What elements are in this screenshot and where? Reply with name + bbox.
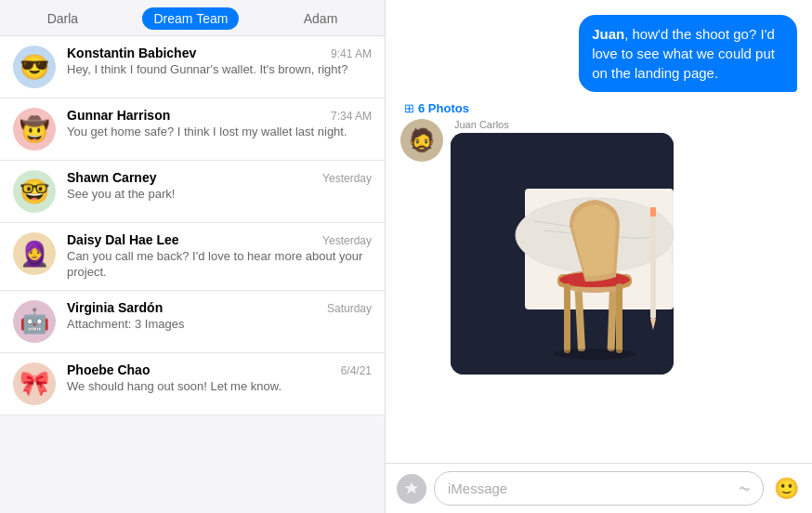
conv-content-virginia: Virginia Sardón Saturday Attachment: 3 I… bbox=[67, 300, 372, 333]
conv-preview-daisy: Can you call me back? I'd love to hear m… bbox=[67, 249, 372, 281]
input-placeholder: iMessage bbox=[448, 480, 507, 496]
conv-time-daisy: Yesterday bbox=[322, 234, 372, 247]
svg-rect-12 bbox=[650, 207, 656, 319]
conversation-item-phoebe[interactable]: 🎀 Phoebe Chao 6/4/21 We should hang out … bbox=[0, 353, 385, 415]
conv-content-phoebe: Phoebe Chao 6/4/21 We should hang out so… bbox=[67, 362, 372, 395]
conv-header-gunnar: Gunnar Harrison 7:34 AM bbox=[67, 108, 372, 123]
conv-header-virginia: Virginia Sardón Saturday bbox=[67, 300, 372, 315]
conv-name-shawn: Shawn Carney bbox=[67, 170, 156, 185]
photo-count-label: ⊞ 6 Photos bbox=[404, 101, 659, 115]
outgoing-message: Juan, how'd the shoot go? I'd love to se… bbox=[579, 15, 797, 92]
conv-content-shawn: Shawn Carney Yesterday See you at the pa… bbox=[67, 170, 372, 203]
conv-preview-phoebe: We should hang out soon! Let me know. bbox=[67, 379, 372, 395]
svg-rect-10 bbox=[616, 283, 622, 353]
conversation-list-panel: DarlaDream TeamAdam 😎 Konstantin Babiche… bbox=[0, 0, 386, 513]
conversation-item-daisy[interactable]: 🧕 Daisy Dal Hae Lee Yesterday Can you ca… bbox=[0, 223, 385, 291]
photo-attachment[interactable]: ⬆ bbox=[451, 133, 674, 375]
waveform-icon: ⏦ bbox=[740, 479, 750, 498]
conv-preview-konstantin: Hey, I think I found Gunnar's wallet. It… bbox=[67, 62, 372, 78]
tab-darla[interactable]: Darla bbox=[36, 7, 89, 30]
conv-name-virginia: Virginia Sardón bbox=[67, 300, 163, 315]
tab-dream-team[interactable]: Dream Team bbox=[142, 7, 239, 30]
chat-panel: Juan, how'd the shoot go? I'd love to se… bbox=[386, 0, 812, 513]
svg-point-11 bbox=[553, 349, 636, 360]
conv-preview-virginia: Attachment: 3 Images bbox=[67, 317, 372, 333]
conv-header-shawn: Shawn Carney Yesterday bbox=[67, 170, 372, 185]
conversation-list: 😎 Konstantin Babichev 9:41 AM Hey, I thi… bbox=[0, 36, 385, 513]
conv-name-gunnar: Gunnar Harrison bbox=[67, 108, 170, 123]
avatar-phoebe: 🎀 bbox=[13, 362, 56, 405]
chat-messages: Juan, how'd the shoot go? I'd love to se… bbox=[386, 0, 812, 463]
grid-icon: ⊞ bbox=[404, 101, 414, 115]
input-bar: iMessage ⏦ 🙂 bbox=[386, 463, 812, 513]
avatar-konstantin: 😎 bbox=[13, 46, 56, 88]
conv-time-gunnar: 7:34 AM bbox=[331, 110, 372, 123]
conv-preview-gunnar: You get home safe? I think I lost my wal… bbox=[67, 125, 372, 140]
conv-name-konstantin: Konstantin Babichev bbox=[67, 46, 196, 60]
avatar-shawn: 🤓 bbox=[13, 170, 56, 213]
conv-content-daisy: Daisy Dal Hae Lee Yesterday Can you call… bbox=[67, 232, 372, 281]
sender-avatar: 🧔 bbox=[400, 119, 443, 162]
imessage-input[interactable]: iMessage ⏦ bbox=[434, 471, 764, 506]
conversation-item-virginia[interactable]: 🤖 Virginia Sardón Saturday Attachment: 3… bbox=[0, 291, 385, 353]
sender-name: Juan Carlos bbox=[454, 119, 674, 130]
photo-count-text: 6 Photos bbox=[418, 101, 469, 115]
avatar-daisy: 🧕 bbox=[13, 232, 56, 275]
svg-rect-13 bbox=[650, 207, 656, 217]
conv-content-gunnar: Gunnar Harrison 7:34 AM You get home saf… bbox=[67, 108, 372, 140]
conv-header-konstantin: Konstantin Babichev 9:41 AM bbox=[67, 46, 372, 60]
conv-time-virginia: Saturday bbox=[327, 302, 372, 315]
emoji-button[interactable]: 🙂 bbox=[771, 474, 801, 504]
conversation-item-konstantin[interactable]: 😎 Konstantin Babichev 9:41 AM Hey, I thi… bbox=[0, 36, 385, 99]
conv-header-daisy: Daisy Dal Hae Lee Yesterday bbox=[67, 232, 372, 247]
conv-preview-shawn: See you at the park! bbox=[67, 187, 372, 203]
conv-time-phoebe: 6/4/21 bbox=[341, 364, 372, 377]
outgoing-highlight: Juan bbox=[592, 26, 624, 42]
tab-bar: DarlaDream TeamAdam bbox=[0, 0, 385, 36]
conv-name-phoebe: Phoebe Chao bbox=[67, 362, 150, 377]
conv-time-shawn: Yesterday bbox=[322, 172, 372, 185]
conversation-item-shawn[interactable]: 🤓 Shawn Carney Yesterday See you at the … bbox=[0, 161, 385, 223]
appstore-button[interactable] bbox=[397, 474, 426, 504]
svg-rect-9 bbox=[564, 283, 570, 353]
conv-time-konstantin: 9:41 AM bbox=[331, 47, 372, 60]
avatar-gunnar: 🤠 bbox=[13, 108, 56, 151]
avatar-virginia: 🤖 bbox=[13, 300, 56, 343]
conversation-item-gunnar[interactable]: 🤠 Gunnar Harrison 7:34 AM You get home s… bbox=[0, 99, 385, 161]
conv-name-daisy: Daisy Dal Hae Lee bbox=[67, 232, 179, 247]
conv-content-konstantin: Konstantin Babichev 9:41 AM Hey, I think… bbox=[67, 46, 372, 78]
conv-header-phoebe: Phoebe Chao 6/4/21 bbox=[67, 362, 372, 377]
incoming-message-group: ⊞ 6 Photos 🧔 Juan Carlos bbox=[400, 101, 659, 375]
tab-adam[interactable]: Adam bbox=[293, 7, 349, 30]
